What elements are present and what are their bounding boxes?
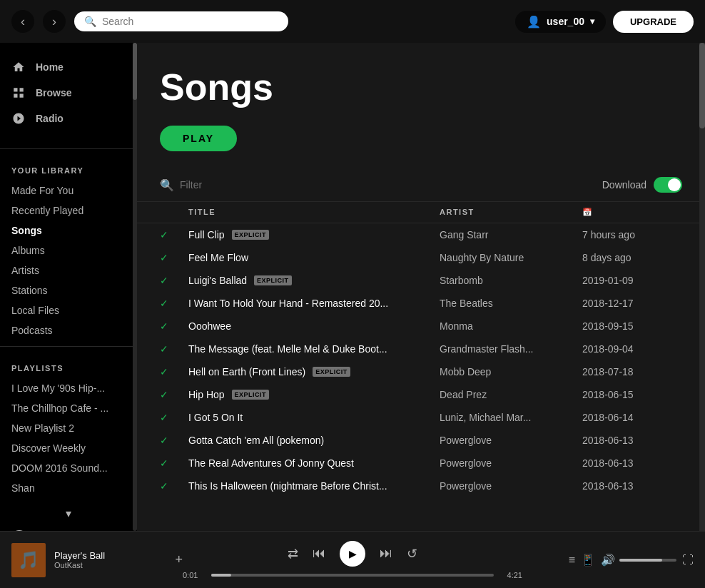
song-title: The Real Adventures Of Jonny Quest	[188, 457, 354, 469]
svg-rect-2	[14, 94, 17, 98]
explicit-badge: EXPLICIT	[232, 390, 270, 400]
chevron-down-icon: ▾	[590, 16, 594, 26]
volume-button[interactable]: 🔊	[601, 553, 615, 567]
your-library-section: YOUR LIBRARY Made For You Recently Playe…	[0, 155, 137, 340]
song-date: 2018-12-17	[582, 298, 682, 309]
repeat-button[interactable]: ↺	[407, 546, 417, 562]
total-time: 4:21	[501, 571, 522, 579]
songs-table: ✓ Full Clip EXPLICIT Gang Starr 7 hours …	[137, 223, 705, 497]
table-row[interactable]: ✓ The Real Adventures Of Jonny Quest Pow…	[137, 452, 705, 475]
song-title: Feel Me Flow	[188, 252, 248, 263]
sidebar-item-local-files[interactable]: Local Files	[0, 300, 137, 320]
song-check: ✓	[160, 229, 188, 240]
playlist-item-2[interactable]: The Chillhop Cafe - ...	[0, 398, 137, 418]
song-date: 8 days ago	[582, 252, 682, 263]
table-row[interactable]: ✓ Hell on Earth (Front Lines) EXPLICIT M…	[137, 360, 705, 383]
song-title: I Want To Hold Your Hand - Remastered 20…	[188, 298, 388, 309]
nav-forward-button[interactable]: ›	[43, 10, 66, 33]
song-artist: Luniz, Michael Mar...	[440, 412, 582, 423]
song-artist: Grandmaster Flash...	[440, 343, 582, 355]
upgrade-button[interactable]: UPGRADE	[613, 11, 694, 33]
playlist-item-3[interactable]: New Playlist 2	[0, 418, 137, 438]
filter-input[interactable]	[180, 179, 323, 191]
sidebar-item-browse[interactable]: Browse	[0, 80, 137, 106]
playlists-title: PLAYLISTS	[0, 358, 137, 378]
sidebar-item-home[interactable]: Home	[0, 54, 137, 80]
explicit-badge: EXPLICIT	[232, 230, 270, 240]
table-row[interactable]: ✓ The Message (feat. Melle Mel & Duke Bo…	[137, 338, 705, 360]
play-button[interactable]: PLAY	[160, 126, 237, 151]
player-bar: 🎵 Player's Ball OutKast + ⇄ ⏮ ▶ ⏭ ↺ 0:01…	[0, 531, 705, 588]
plus-circle-icon: +	[11, 530, 27, 531]
scroll-down-button[interactable]: ▾	[0, 504, 137, 523]
playlist-item-1[interactable]: I Love My '90s Hip-...	[0, 378, 137, 398]
table-row[interactable]: ✓ Hip Hop EXPLICIT Dead Prez 2018-06-15	[137, 383, 705, 406]
user-avatar-icon: 👤	[527, 15, 541, 29]
song-artist: The Beatles	[440, 298, 582, 309]
play-pause-button[interactable]: ▶	[340, 541, 365, 567]
song-artist: Gang Starr	[440, 229, 582, 240]
previous-button[interactable]: ⏮	[313, 546, 325, 561]
table-row[interactable]: ✓ I Got 5 On It Luniz, Michael Mar... 20…	[137, 406, 705, 429]
your-library-title: YOUR LIBRARY	[0, 155, 137, 181]
shuffle-button[interactable]: ⇄	[288, 546, 298, 562]
svg-rect-1	[20, 88, 24, 91]
song-artist: Mobb Deep	[440, 366, 582, 377]
download-toggle[interactable]	[654, 177, 682, 193]
col-title-header: TITLE	[188, 208, 440, 217]
song-title: Luigi's Ballad	[188, 275, 247, 286]
main-scrollbar[interactable]	[699, 43, 705, 531]
table-row[interactable]: ✓ Ooohwee Monma 2018-09-15	[137, 315, 705, 338]
volume-track[interactable]	[619, 559, 676, 562]
playlist-item-4[interactable]: Discover Weekly	[0, 438, 137, 458]
user-button[interactable]: 👤 user_00 ▾	[515, 11, 606, 33]
sidebar-item-albums[interactable]: Albums	[0, 240, 137, 260]
col-date-header: 📅	[582, 208, 682, 217]
song-title: Hip Hop	[188, 389, 225, 400]
sidebar-item-made-for-you[interactable]: Made For You	[0, 181, 137, 201]
sidebar-item-recently-played[interactable]: Recently Played	[0, 201, 137, 220]
song-check: ✓	[160, 320, 188, 332]
table-row[interactable]: ✓ Full Clip EXPLICIT Gang Starr 7 hours …	[137, 223, 705, 246]
explicit-badge: EXPLICIT	[313, 367, 350, 377]
song-artist: Starbomb	[440, 275, 582, 286]
song-artist: Powerglove	[440, 480, 582, 492]
playlist-item-6[interactable]: Shan	[0, 478, 137, 498]
progress-fill	[211, 574, 231, 577]
new-playlist-button[interactable]: + New Playlist	[0, 523, 137, 531]
sidebar-item-podcasts[interactable]: Podcasts	[0, 320, 137, 340]
table-row[interactable]: ✓ Luigi's Ballad EXPLICIT Starbomb 2019-…	[137, 269, 705, 292]
queue-button[interactable]: ≡	[569, 554, 575, 567]
song-check: ✓	[160, 275, 188, 286]
song-artist: Dead Prez	[440, 389, 582, 400]
table-row[interactable]: ✓ This Is Halloween (nightmare Before Ch…	[137, 475, 705, 497]
playlist-item-5[interactable]: DOOM 2016 Sound...	[0, 458, 137, 478]
browse-icon	[11, 86, 26, 100]
song-title: Gotta Catch 'em All (pokemon)	[188, 435, 324, 446]
table-row[interactable]: ✓ Feel Me Flow Naughty By Nature 8 days …	[137, 246, 705, 269]
table-row[interactable]: ✓ I Want To Hold Your Hand - Remastered …	[137, 292, 705, 315]
table-row[interactable]: ✓ Gotta Catch 'em All (pokemon) Powerglo…	[137, 429, 705, 452]
sidebar-item-radio[interactable]: Radio	[0, 106, 137, 131]
volume-fill	[619, 559, 662, 562]
song-title: I Got 5 On It	[188, 412, 243, 423]
song-date: 7 hours ago	[582, 229, 682, 240]
sidebar-item-artists[interactable]: Artists	[0, 260, 137, 280]
playlists-section: PLAYLISTS I Love My '90s Hip-... The Chi…	[0, 353, 137, 504]
sidebar-item-stations[interactable]: Stations	[0, 280, 137, 300]
sidebar-item-songs[interactable]: Songs	[0, 220, 137, 240]
search-input[interactable]	[102, 16, 278, 27]
col-artist-header: ARTIST	[440, 208, 582, 217]
song-date: 2018-06-14	[582, 412, 682, 423]
nav-back-button[interactable]: ‹	[11, 10, 34, 33]
player-song-title: Player's Ball	[54, 550, 166, 561]
sidebar-item-label: Home	[36, 61, 64, 73]
song-date: 2018-07-18	[582, 366, 682, 377]
fullscreen-button[interactable]: ⛶	[682, 554, 694, 567]
next-button[interactable]: ⏭	[380, 546, 392, 561]
progress-track[interactable]	[211, 574, 494, 577]
devices-button[interactable]: 📱	[581, 553, 595, 567]
search-bar: 🔍	[74, 11, 288, 31]
player-add-button[interactable]: +	[175, 552, 183, 567]
song-date: 2018-09-15	[582, 320, 682, 332]
